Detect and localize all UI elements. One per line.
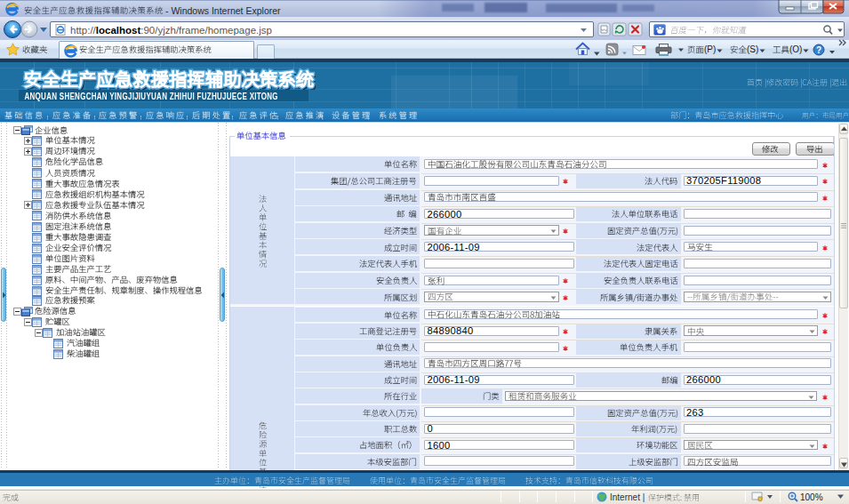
svg-text:?: ? (816, 45, 821, 55)
